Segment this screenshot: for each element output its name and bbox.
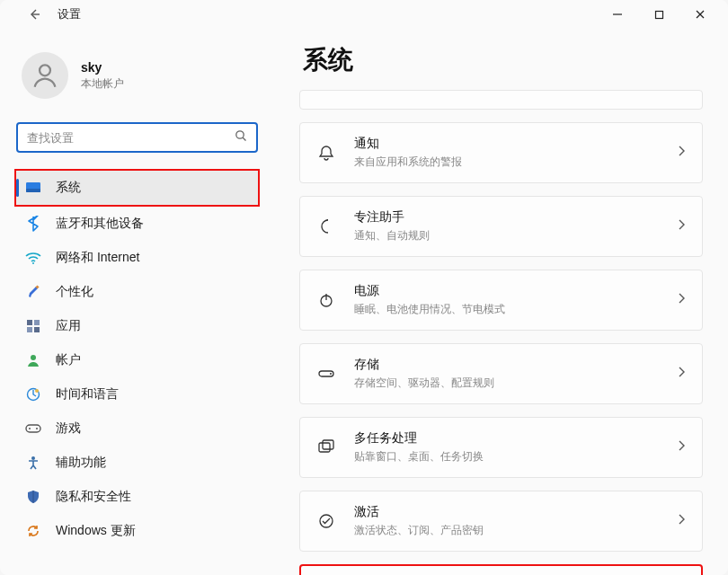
close-icon [695, 9, 706, 20]
main: 系统 通知 来自应用和系统的警报 专注助手 通知、自动规则 [274, 40, 728, 575]
nav-item-privacy[interactable]: 隐私和安全性 [16, 480, 258, 514]
card-title: 激活 [354, 504, 659, 520]
annotation-system-highlight: 系统 [14, 169, 260, 207]
nav-item-gaming[interactable]: 游戏 [16, 411, 258, 446]
display-icon [25, 180, 41, 196]
search-icon [235, 129, 247, 146]
body: sky 本地帐户 系统 [0, 29, 728, 575]
nav-label: 网络和 Internet [56, 250, 139, 266]
card-info: 存储 存储空间、驱动器、配置规则 [354, 357, 659, 391]
svg-rect-27 [319, 443, 330, 452]
card-title: 存储 [354, 357, 659, 373]
nav-label: 时间和语言 [56, 386, 119, 402]
card-subtitle: 存储空间、驱动器、配置规则 [354, 376, 659, 391]
back-button[interactable] [22, 2, 47, 27]
bell-icon [316, 143, 336, 163]
sidebar: sky 本地帐户 系统 [0, 40, 274, 575]
svg-point-16 [31, 355, 36, 360]
card-notifications[interactable]: 通知 来自应用和系统的警报 [299, 122, 703, 183]
chevron-right-icon [677, 439, 686, 456]
card-troubleshoot[interactable]: 疑难解答 建议的疑难解答、首选项和历史记录 [299, 564, 703, 575]
nav-label: 应用 [56, 318, 81, 334]
search-box[interactable] [16, 122, 258, 153]
maximize-icon [654, 10, 664, 20]
nav-label: 隐私和安全性 [56, 489, 131, 505]
user-icon [30, 60, 60, 91]
moon-icon [316, 217, 336, 236]
card-power[interactable]: 电源 睡眠、电池使用情况、节电模式 [299, 270, 703, 331]
card-storage[interactable]: 存储 存储空间、驱动器、配置规则 [299, 343, 703, 404]
card-title: 专注助手 [354, 209, 659, 226]
nav-item-time-language[interactable]: 时间和语言 [16, 377, 258, 411]
nav-item-accessibility[interactable]: 辅助功能 [16, 446, 258, 480]
svg-rect-13 [34, 320, 40, 325]
card-info: 激活 激活状态、订阅、产品密钥 [354, 504, 659, 538]
globe-clock-icon [25, 386, 41, 402]
card-info: 电源 睡眠、电池使用情况、节电模式 [354, 283, 659, 317]
card-info: 通知 来自应用和系统的警报 [354, 136, 659, 170]
svg-point-20 [29, 428, 31, 429]
nav-item-accounts[interactable]: 帐户 [16, 343, 258, 377]
maximize-button[interactable] [638, 0, 679, 29]
power-icon [316, 290, 336, 310]
chevron-right-icon [677, 292, 686, 308]
svg-point-26 [330, 373, 332, 375]
card-subtitle: 激活状态、订阅、产品密钥 [354, 523, 659, 538]
nav-item-network[interactable]: 网络和 Internet [16, 241, 258, 275]
card-subtitle: 贴靠窗口、桌面、任务切换 [354, 449, 659, 464]
chevron-right-icon [677, 513, 686, 529]
settings-window: 设置 sky 本地帐户 [0, 0, 728, 575]
chevron-right-icon [677, 218, 686, 234]
nav-item-apps[interactable]: 应用 [16, 309, 258, 343]
svg-line-7 [243, 137, 245, 140]
card-info: 多任务处理 贴靠窗口、桌面、任务切换 [354, 430, 659, 464]
nav-item-personalization[interactable]: 个性化 [16, 275, 258, 309]
card-title: 通知 [354, 136, 659, 152]
update-icon [25, 523, 41, 539]
svg-point-22 [31, 456, 35, 460]
nav-label: 个性化 [56, 284, 93, 300]
svg-point-10 [32, 262, 34, 264]
chevron-right-icon [677, 366, 686, 382]
nav-label: 帐户 [56, 352, 81, 368]
nav-label: 辅助功能 [56, 455, 106, 471]
window-controls [597, 0, 721, 29]
search-input[interactable] [27, 131, 235, 145]
card-subtitle: 睡眠、电池使用情况、节电模式 [354, 302, 659, 317]
app-title: 设置 [58, 6, 81, 22]
svg-rect-12 [27, 320, 32, 325]
minimize-button[interactable] [597, 0, 638, 29]
cards: 通知 来自应用和系统的警报 专注助手 通知、自动规则 [299, 90, 703, 575]
brush-icon [25, 284, 41, 300]
nav-label: 系统 [56, 180, 81, 196]
svg-point-5 [40, 65, 50, 75]
gamepad-icon [25, 420, 41, 437]
user-subtitle: 本地帐户 [81, 76, 124, 92]
page-title: 系统 [303, 43, 703, 77]
svg-point-21 [36, 428, 38, 429]
card-multitasking[interactable]: 多任务处理 贴靠窗口、桌面、任务切换 [299, 417, 703, 478]
card-title: 电源 [354, 283, 659, 299]
user-name: sky [81, 60, 124, 75]
search-wrap [16, 122, 258, 153]
nav: 系统 蓝牙和其他设备 网络和 Internet 个性化 应用 [16, 169, 258, 548]
svg-rect-2 [655, 11, 662, 18]
card-activation[interactable]: 激活 激活状态、订阅、产品密钥 [299, 491, 703, 552]
bluetooth-icon [25, 216, 41, 232]
svg-rect-15 [34, 327, 40, 332]
svg-rect-14 [27, 327, 32, 332]
nav-label: 游戏 [56, 420, 81, 437]
user-block[interactable]: sky 本地帐户 [16, 40, 258, 115]
card-focus-assist[interactable]: 专注助手 通知、自动规则 [299, 196, 703, 257]
avatar [22, 52, 68, 99]
accessibility-icon [25, 455, 41, 471]
card-subtitle: 来自应用和系统的警报 [354, 155, 659, 170]
nav-item-system[interactable]: 系统 [16, 171, 258, 205]
person-icon [25, 352, 41, 368]
card-partial-top[interactable] [299, 90, 703, 110]
nav-item-windows-update[interactable]: Windows 更新 [16, 514, 258, 548]
nav-item-bluetooth[interactable]: 蓝牙和其他设备 [16, 207, 258, 241]
multitask-icon [316, 438, 336, 457]
close-button[interactable] [679, 0, 721, 29]
minimize-icon [612, 9, 623, 20]
